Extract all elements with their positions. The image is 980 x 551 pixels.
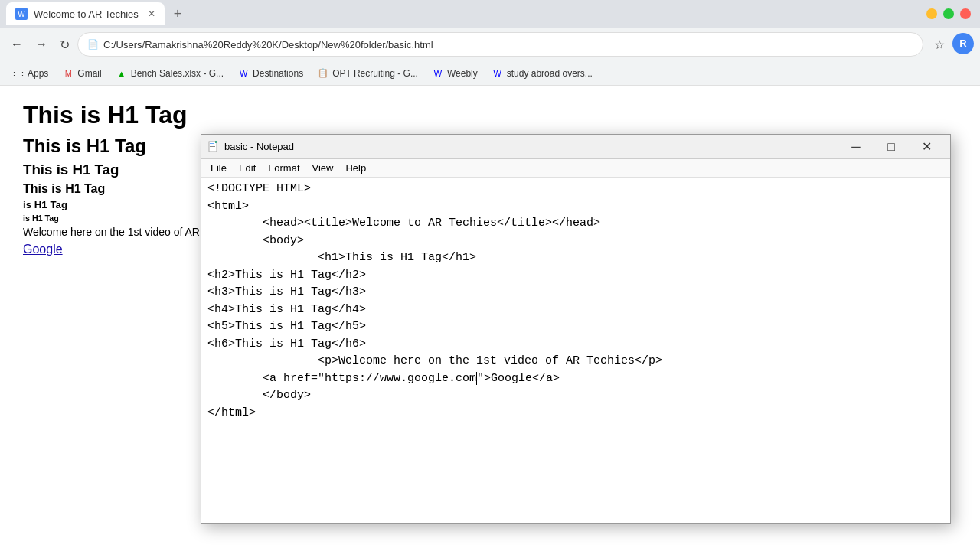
browser-tab[interactable]: W Welcome to AR Techies ✕ [6,2,165,25]
notepad-menubar: File Edit Format View Help [201,159,950,178]
browser-minimize-button[interactable] [926,8,937,19]
browser-maximize-button[interactable] [943,8,954,19]
notepad-window: basic - Notepad ─ □ ✕ File Edit Format V… [201,134,951,524]
forward-button[interactable]: → [31,33,52,56]
address-text: C:/Users/Ramakrishna%20Reddy%20K/Desktop… [103,39,913,51]
bench-icon: ▲ [116,67,128,80]
bookmark-apps[interactable]: ⋮⋮ Apps [6,66,54,81]
notepad-menu-edit[interactable]: Edit [233,161,262,175]
study-icon: W [492,67,504,80]
bookmark-bench-label: Bench Sales.xlsx - G... [131,68,224,79]
bookmark-gmail[interactable]: M Gmail [56,66,107,81]
browser-chrome: W Welcome to AR Techies ✕ + ← → ↻ 📄 C:/U… [0,0,980,86]
reload-button[interactable]: ↻ [55,33,74,57]
bookmark-destinations[interactable]: W Destinations [231,66,309,81]
address-lock-icon: 📄 [87,39,99,50]
bookmark-gmail-label: Gmail [77,68,101,79]
tab-close-button[interactable]: ✕ [148,8,155,19]
tab-title: Welcome to AR Techies [34,8,139,20]
notepad-window-controls: ─ □ ✕ [838,135,944,159]
bookmark-weebly-label: Weebly [447,68,478,79]
bookmark-opt-label: OPT Recruiting - G... [332,68,418,79]
notepad-menu-file[interactable]: File [204,161,233,175]
svg-rect-2 [210,145,215,145]
apps-icon: ⋮⋮ [12,67,24,80]
bookmark-study[interactable]: W study abroad overs... [485,66,599,81]
bookmark-star-button[interactable]: ☆ [929,33,949,57]
web-h1: This is H1 Tag [23,101,957,129]
svg-rect-4 [210,148,214,148]
notepad-menu-help[interactable]: Help [339,161,372,175]
profile-avatar[interactable]: R [952,33,974,54]
opt-icon: 📋 [317,67,329,80]
bookmark-destinations-label: Destinations [253,68,303,79]
bookmark-weebly[interactable]: W Weebly [426,66,484,81]
notepad-minimize-button[interactable]: ─ [838,135,874,159]
notepad-close-button[interactable]: ✕ [909,135,944,159]
nav-bar: ← → ↻ 📄 C:/Users/Ramakrishna%20Reddy%20K… [0,28,980,61]
bookmark-apps-label: Apps [28,68,48,79]
tab-favicon: W [15,8,28,20]
new-tab-button[interactable]: + [168,6,188,22]
svg-rect-3 [210,146,215,147]
bookmarks-bar: ⋮⋮ Apps M Gmail ▲ Bench Sales.xlsx - G..… [0,61,980,86]
browser-close-button[interactable] [960,8,971,19]
notepad-title-label: basic - Notepad [224,141,838,152]
weebly-icon: W [432,67,444,80]
notepad-menu-view[interactable]: View [306,161,340,175]
notepad-maximize-button[interactable]: □ [874,135,909,159]
bookmark-bench[interactable]: ▲ Bench Sales.xlsx - G... [109,66,230,81]
notepad-menu-format[interactable]: Format [262,161,305,175]
notepad-text-area[interactable]: <!DOCTYPE HTML> <html> <head><title>Welc… [201,178,950,523]
tab-bar: W Welcome to AR Techies ✕ + [0,0,980,28]
browser-window-controls [926,8,980,19]
gmail-icon: M [62,67,74,80]
svg-rect-1 [210,143,214,144]
back-button[interactable]: ← [6,33,28,56]
bookmark-opt[interactable]: 📋 OPT Recruiting - G... [311,66,424,81]
web-link[interactable]: Google [23,243,63,256]
svg-rect-5 [215,141,217,143]
address-bar[interactable]: 📄 C:/Users/Ramakrishna%20Reddy%20K/Deskt… [77,32,923,57]
text-cursor: ​ [476,372,477,385]
nav-icons: ☆ R [929,33,974,57]
notepad-titlebar: basic - Notepad ─ □ ✕ [201,135,950,159]
destinations-icon: W [237,67,250,80]
notepad-app-icon [207,141,220,153]
bookmark-study-label: study abroad overs... [507,68,593,79]
